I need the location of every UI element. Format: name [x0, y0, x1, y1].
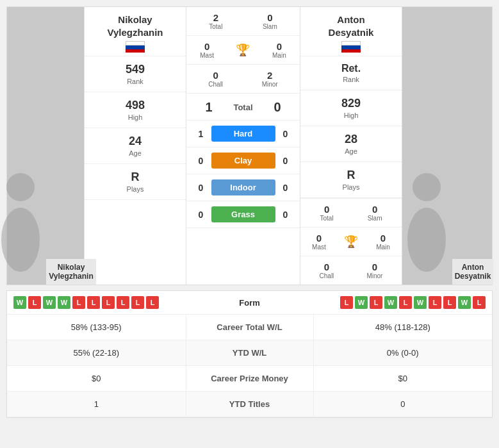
player1-plays-row: R Plays	[85, 164, 186, 200]
player2-plays-value: R	[347, 169, 356, 182]
player1-mast-item: 0 Mast	[200, 41, 214, 59]
form-badge: W	[384, 296, 397, 309]
player2-plays-label: Plays	[343, 183, 360, 191]
grass-row: 0 Grass 0	[186, 201, 300, 228]
player2-high-row: 829 High	[300, 90, 402, 126]
player2-flag-russia	[341, 41, 361, 53]
grass-badge: Grass	[211, 206, 275, 222]
form-badge: L	[87, 296, 100, 309]
indoor-right-score: 0	[277, 183, 293, 193]
grass-left-score: 0	[193, 210, 209, 220]
stat-left-3: 1	[7, 392, 186, 417]
stat-center-3: YTD Titles	[186, 392, 314, 417]
stat-center-2: Career Prize Money	[186, 366, 314, 391]
player1-rank-value: 549	[126, 63, 145, 76]
player-comparison: Nikolay Vylegzhanin Nikolay Vylegzhanin	[6, 6, 493, 285]
player1-rank-label: Rank	[127, 78, 143, 85]
form-badge: L	[473, 296, 486, 309]
player1-name-below: Nikolay Vylegzhanin	[46, 259, 96, 285]
indoor-left-score: 0	[193, 183, 209, 193]
form-badge: L	[429, 296, 441, 309]
h2h-total-label: Total	[233, 103, 252, 112]
center-column: 2 Total 0 Slam 0 Mast 🏆 0 Main	[186, 7, 300, 285]
player1-minor-value: 2	[267, 70, 272, 81]
player1-high-row: 498 High	[85, 92, 186, 128]
player2-high-label: High	[344, 112, 359, 119]
stat-center-0: Career Total W/L	[186, 315, 314, 340]
hard-row: 1 Hard 0	[186, 120, 300, 147]
player1-challminor-row: 0 Chall 2 Minor	[186, 65, 300, 94]
form-badge: W	[458, 296, 471, 309]
player2-substats: 0 Total 0 Slam 0 Mast 🏆 0 Main 0 Chall 0…	[300, 198, 402, 285]
player2-stats: Anton Desyatnik Ret. Rank 829 High	[300, 7, 402, 285]
player2-plays-row: R Plays	[300, 162, 402, 198]
grass-right-score: 0	[277, 210, 293, 220]
player1-flag	[88, 41, 183, 53]
player1-slam-value: 0	[267, 12, 272, 23]
trophy-icon: 🏆	[236, 43, 250, 57]
player1-mast-value: 0	[204, 41, 209, 52]
indoor-badge: Indoor	[211, 179, 275, 195]
player1-age-label: Age	[129, 149, 142, 157]
form-badge: W	[13, 296, 26, 309]
form-badge: L	[28, 296, 41, 309]
player1-high-label: High	[128, 113, 143, 121]
player2-header: Anton Desyatnik	[300, 7, 402, 56]
stat-right-2: $0	[314, 366, 493, 391]
player1-minor-label: Minor	[262, 81, 278, 88]
player2-rank-row: Ret. Rank	[300, 56, 402, 90]
form-badge: W	[43, 296, 56, 309]
form-badge: L	[146, 296, 159, 309]
player1-substats-header: 2 Total 0 Slam	[186, 7, 300, 36]
player1-plays-value: R	[131, 170, 140, 184]
hard-left-score: 1	[193, 129, 209, 139]
player1-total-value: 2	[213, 12, 218, 23]
player2-name-below: Anton Desyatnik	[452, 259, 494, 285]
total-h2h-row: 1 Total 0	[186, 95, 300, 120]
h2h-total-right: 0	[268, 100, 287, 115]
player2-age-label: Age	[345, 147, 357, 155]
player2-high-value: 829	[341, 97, 361, 110]
svg-point-3	[407, 208, 446, 272]
player1-high-value: 498	[126, 99, 145, 112]
stat-right-3: 0	[314, 392, 493, 417]
indoor-row: 0 Indoor 0	[186, 174, 300, 201]
form-badge: L	[340, 296, 353, 309]
player1-rank-row: 549 Rank	[85, 56, 186, 92]
stats-table: WLWWLLLLLL Form LWLWLWLLWL 58% (133-95) …	[6, 290, 493, 418]
player1-age-row: 24 Age	[85, 128, 186, 164]
stats-row: 55% (22-18) YTD W/L 0% (0-0)	[7, 340, 492, 366]
stat-right-0: 48% (118-128)	[314, 315, 493, 340]
player2-age-value: 28	[345, 133, 357, 146]
form-badge: W	[355, 296, 368, 309]
stats-row: 1 YTD Titles 0	[7, 392, 492, 417]
form-badge: L	[117, 296, 129, 309]
clay-row: 0 Clay 0	[186, 147, 300, 174]
stats-row: $0 Career Prize Money $0	[7, 366, 492, 392]
player1-chall-label: Chall	[208, 81, 223, 88]
h2h-total-left: 1	[199, 100, 218, 115]
player1-header: Nikolay Vylegzhanin	[85, 7, 186, 56]
player1-main-value: 0	[277, 41, 282, 52]
hard-badge: Hard	[211, 126, 275, 142]
form-label: Form	[199, 298, 301, 308]
player1-form-badges: WLWWLLLLLL	[13, 296, 199, 309]
form-badge: L	[131, 296, 144, 309]
stat-right-1: 0% (0-0)	[314, 340, 493, 365]
player1-slam-item: 0 Slam	[263, 12, 277, 30]
player2-photo: Anton Desyatnik	[402, 7, 492, 285]
stats-row: 58% (133-95) Career Total W/L 48% (118-1…	[7, 315, 492, 340]
player2-form-badges: LWLWLWLLWL	[301, 296, 486, 309]
form-badge: W	[414, 296, 427, 309]
stats-rows: 58% (133-95) Career Total W/L 48% (118-1…	[7, 315, 492, 417]
player1-age-value: 24	[129, 135, 142, 148]
stat-left-0: 58% (133-95)	[7, 315, 186, 340]
form-badge: L	[399, 296, 412, 309]
player2-rank-label: Rank	[343, 76, 359, 83]
player1-total-label: Total	[209, 23, 222, 30]
player1-avatar	[0, 156, 46, 285]
player2-rank-value: Ret.	[341, 63, 361, 74]
form-badge: L	[72, 296, 85, 309]
player1-main-item: 0 Main	[272, 41, 286, 59]
player2-header-name: Anton Desyatnik	[304, 13, 398, 38]
